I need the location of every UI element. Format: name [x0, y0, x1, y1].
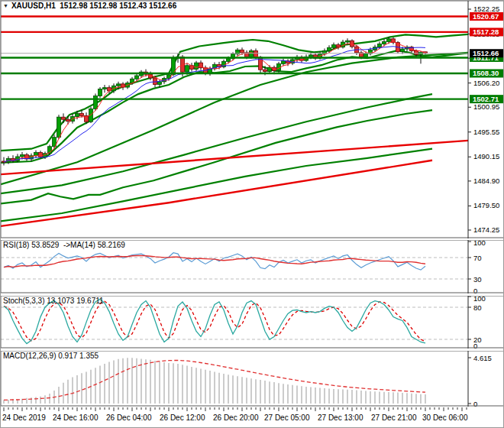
rsi-panel[interactable]: 10070300 RSI(18) 53.8529 ->MA(14) 58.216…	[1, 240, 504, 293]
rsi-label: RSI(18) 53.8529 ->MA(14) 58.2169	[3, 241, 125, 249]
time-axis-label: 26 Dec 12:00	[160, 413, 205, 422]
svg-text:1517.28: 1517.28	[473, 28, 499, 36]
time-axis[interactable]: 24 Dec 201924 Dec 16:0026 Dec 04:0026 De…	[1, 407, 504, 428]
svg-text:1474.25: 1474.25	[473, 225, 499, 234]
macd-label: MACD(12,26,9) 0.917 1.355	[3, 352, 99, 360]
svg-text:1508.30: 1508.30	[473, 69, 499, 77]
time-axis-label: 24 Dec 16:00	[53, 413, 99, 422]
time-axis-label: 27 Dec 05:00	[264, 413, 310, 422]
svg-text:1479.50: 1479.50	[473, 201, 499, 209]
time-axis-panel[interactable]: 24 Dec 201924 Dec 16:0026 Dec 04:0026 De…	[1, 407, 504, 428]
svg-text:1500.95: 1500.95	[473, 102, 499, 111]
stochastic-panel[interactable]: 10080200 Stoch(5,3,3) 13.1073 19.6711	[1, 296, 504, 349]
chart-ohlc-values: 1512.98 1512.98 1512.43 1512.66	[60, 2, 176, 10]
time-axis-label: 27 Dec 13:00	[318, 413, 363, 422]
svg-text:1490.15: 1490.15	[473, 152, 499, 160]
price-plot[interactable]: 1522.251516.851511.601506.201500.951495.…	[1, 1, 504, 238]
svg-text:80: 80	[473, 303, 482, 312]
symbol-dropdown-icon[interactable]: ▼	[3, 3, 8, 8]
time-axis-label: 26 Dec 04:00	[106, 413, 152, 422]
time-axis-label: 30 Dec 06:00	[422, 413, 468, 422]
stochastic-label: Stoch(5,3,3) 13.1073 19.6711	[3, 297, 104, 305]
svg-text:100: 100	[473, 296, 486, 303]
svg-text:1484.90: 1484.90	[473, 177, 499, 185]
chart-header: ▼XAUUSD,H1 1512.98 1512.98 1512.43 1512.…	[3, 2, 176, 10]
time-axis-label: 24 Dec 2019	[2, 413, 46, 422]
svg-text:1506.20: 1506.20	[473, 79, 499, 87]
main-chart-panel[interactable]: 1522.251516.851511.601506.201500.951495.…	[1, 1, 504, 238]
chart-symbol-label: XAUUSD,H1	[11, 2, 56, 10]
svg-text:30: 30	[473, 275, 482, 284]
svg-text:1502.71: 1502.71	[473, 95, 499, 103]
svg-text:1512.66: 1512.66	[473, 49, 499, 57]
svg-text:4.615: 4.615	[473, 354, 492, 362]
svg-text:100: 100	[473, 240, 486, 247]
svg-text:1520.67: 1520.67	[473, 12, 499, 21]
svg-text:1495.55: 1495.55	[473, 128, 499, 136]
time-axis-label: 26 Dec 20:00	[213, 413, 259, 422]
svg-text:70: 70	[473, 254, 482, 262]
mt4-chart-window: 1522.251516.851511.601506.201500.951495.…	[0, 0, 504, 428]
time-axis-label: 27 Dec 21:00	[371, 413, 417, 422]
macd-panel[interactable]: 4.6150 MACD(12,26,9) 0.917 1.355	[1, 351, 504, 407]
